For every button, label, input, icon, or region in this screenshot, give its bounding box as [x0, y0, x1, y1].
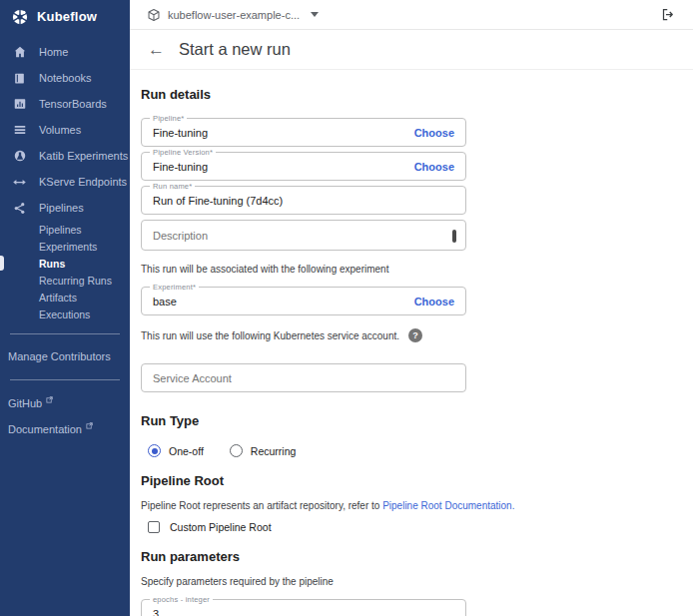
- service-account-input[interactable]: [141, 363, 466, 392]
- pipeline-version-choose-button[interactable]: Choose: [414, 161, 454, 173]
- experiment-field: Experiment* base Choose: [141, 287, 466, 315]
- sidebar-link-github[interactable]: GitHub: [0, 390, 130, 416]
- namespace-name: kubeflow-user-example-c...: [168, 9, 300, 21]
- help-icon[interactable]: ?: [408, 328, 422, 342]
- subitem-label: Artifacts: [39, 292, 77, 304]
- pipeline-field: Pipeline* Fine-tuning Choose: [141, 118, 466, 147]
- sidebar-divider: [10, 333, 120, 334]
- checkbox-unchecked-icon[interactable]: [148, 521, 160, 533]
- experiment-note: This run will be associated with the fol…: [141, 264, 693, 275]
- namespace-cube-icon: [147, 8, 161, 22]
- run-name-input[interactable]: [153, 195, 454, 207]
- sidebar-item-tensorboards[interactable]: TensorBoards: [0, 91, 130, 117]
- volumes-icon: [12, 123, 27, 138]
- manage-contributors-label: Manage Contributors: [8, 350, 111, 362]
- sidebar-link-documentation[interactable]: Documentation: [0, 416, 130, 442]
- radio-recurring[interactable]: Recurring: [230, 444, 297, 457]
- sidebar-subitem-pipelines[interactable]: Pipelines: [0, 221, 130, 238]
- kubeflow-logo-icon: [11, 8, 29, 26]
- back-button[interactable]: ←: [148, 41, 165, 58]
- pipelines-icon: [12, 201, 27, 216]
- pipeline-root-doc-link[interactable]: Pipeline Root Documentation.: [382, 500, 514, 511]
- run-name-field-label: Run name*: [150, 182, 195, 191]
- experiment-field-label: Experiment*: [150, 283, 199, 292]
- subitem-label: Pipelines: [39, 224, 82, 236]
- run-type-options: One-off Recurring: [148, 444, 693, 457]
- service-account-note-row: This run will use the following Kubernet…: [141, 328, 693, 342]
- subitem-label: Runs: [39, 258, 65, 270]
- pipeline-field-value: Fine-tuning: [153, 127, 414, 139]
- pipeline-choose-button[interactable]: Choose: [414, 127, 454, 139]
- subitem-label: Recurring Runs: [39, 275, 112, 287]
- sidebar-subitem-runs[interactable]: Runs: [0, 255, 130, 272]
- epochs-input[interactable]: [153, 608, 454, 616]
- chevron-down-icon: [311, 12, 319, 17]
- sidebar-item-kserve-endpoints[interactable]: KServe Endpoints: [0, 169, 130, 195]
- custom-pipeline-root-label: Custom Pipeline Root: [170, 521, 272, 533]
- epochs-field: epochs - integer: [141, 599, 466, 616]
- radio-unselected-icon: [230, 444, 243, 457]
- page-header: ← Start a new run: [130, 30, 693, 70]
- topbar: kubeflow-user-example-c...: [130, 0, 693, 30]
- sidebar-item-home[interactable]: Home: [0, 39, 130, 65]
- epochs-field-label: epochs - integer: [150, 595, 213, 604]
- experiment-choose-button[interactable]: Choose: [414, 296, 454, 308]
- app-window: Kubeflow Home Notebooks TensorBoards: [0, 0, 693, 616]
- sidebar-item-volumes[interactable]: Volumes: [0, 117, 130, 143]
- radio-recurring-label: Recurring: [251, 445, 297, 457]
- run-parameters-heading: Run parameters: [141, 549, 693, 564]
- notebook-icon: [12, 71, 27, 86]
- sidebar-item-label: Pipelines: [39, 202, 84, 214]
- sidebar-divider: [10, 379, 120, 380]
- sidebar-item-label: Notebooks: [39, 72, 92, 84]
- main-area: kubeflow-user-example-c... ← Start a new…: [130, 0, 693, 616]
- katib-icon: [12, 149, 27, 164]
- sidebar-item-label: KServe Endpoints: [39, 176, 127, 188]
- run-parameters-note: Specify parameters required by the pipel…: [141, 576, 693, 587]
- radio-selected-icon: [148, 444, 161, 457]
- documentation-label: Documentation: [8, 423, 82, 435]
- external-link-icon: [46, 396, 53, 403]
- experiment-field-value: base: [153, 296, 414, 308]
- description-input[interactable]: [153, 230, 454, 242]
- tensorboard-icon: [12, 97, 27, 112]
- pipeline-field-label: Pipeline*: [150, 114, 187, 123]
- pipeline-root-note: Pipeline Root represents an artifact rep…: [141, 500, 693, 511]
- sidebar-subitem-executions[interactable]: Executions: [0, 306, 130, 322]
- subitem-label: Experiments: [39, 241, 97, 253]
- sidebar-subitem-experiments[interactable]: Experiments: [0, 238, 130, 255]
- description-field: [141, 220, 466, 251]
- active-indicator: [0, 256, 4, 271]
- resize-handle-icon[interactable]: [452, 230, 456, 243]
- sidebar-item-pipelines[interactable]: Pipelines: [0, 195, 130, 221]
- sidebar-item-label: Home: [39, 46, 68, 58]
- pipeline-version-field-value: Fine-tuning: [153, 161, 414, 173]
- sidebar-item-label: Volumes: [39, 124, 81, 136]
- service-account-note: This run will use the following Kubernet…: [141, 330, 399, 341]
- custom-pipeline-root-option[interactable]: Custom Pipeline Root: [148, 521, 693, 533]
- sidebar-item-notebooks[interactable]: Notebooks: [0, 65, 130, 91]
- sidebar-item-katib-experiments[interactable]: Katib Experiments: [0, 143, 130, 169]
- page-title: Start a new run: [179, 40, 291, 59]
- namespace-selector[interactable]: kubeflow-user-example-c...: [147, 8, 319, 22]
- sidebar-nav: Home Notebooks TensorBoards Volumes: [0, 39, 130, 442]
- run-type-heading: Run Type: [141, 413, 693, 428]
- kubeflow-logo[interactable]: Kubeflow: [0, 0, 130, 33]
- radio-one-off[interactable]: One-off: [148, 444, 204, 457]
- sidebar-item-manage-contributors[interactable]: Manage Contributors: [0, 344, 130, 368]
- github-label: GitHub: [8, 397, 42, 409]
- pipeline-root-heading: Pipeline Root: [141, 473, 693, 488]
- logout-icon: [661, 7, 676, 22]
- run-form: Run details Pipeline* Fine-tuning Choose…: [130, 70, 693, 616]
- logout-button[interactable]: [661, 7, 676, 22]
- brand-name: Kubeflow: [37, 9, 97, 24]
- sidebar: Kubeflow Home Notebooks TensorBoards: [0, 0, 130, 616]
- sidebar-subitem-artifacts[interactable]: Artifacts: [0, 289, 130, 306]
- home-icon: [12, 45, 27, 60]
- pipeline-version-field-label: Pipeline Version*: [150, 148, 216, 157]
- sidebar-item-label: Katib Experiments: [39, 150, 128, 162]
- radio-one-off-label: One-off: [169, 445, 204, 457]
- subitem-label: Executions: [39, 308, 90, 320]
- endpoints-icon: [12, 175, 27, 190]
- sidebar-subitem-recurring-runs[interactable]: Recurring Runs: [0, 272, 130, 289]
